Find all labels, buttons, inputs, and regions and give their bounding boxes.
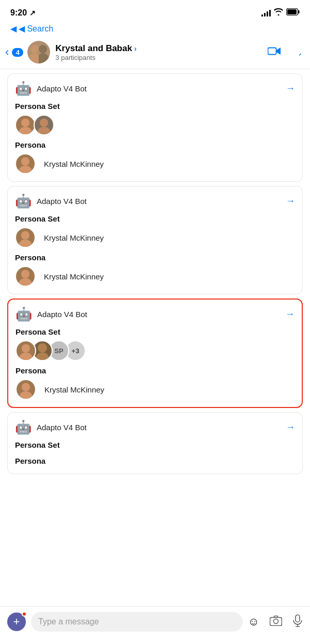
svg-point-25	[19, 391, 32, 400]
title-chevron-icon[interactable]: ›	[134, 44, 137, 53]
battery-icon	[286, 8, 300, 18]
message-input-wrapper[interactable]: Type a message	[31, 612, 243, 632]
section-label-persona-2: Persona	[15, 253, 295, 262]
svg-point-18	[21, 270, 29, 278]
section-label-persona-4: Persona	[15, 457, 295, 465]
header-actions	[268, 45, 302, 59]
section-label-persona-3: Persona	[16, 366, 295, 375]
chat-header: ‹ 4 Krystal and Babak › 3 p	[0, 37, 310, 69]
msg-sender-1: 🤖 Adapto V4 Bot	[15, 80, 87, 97]
avatar-group-3: SP +3	[16, 340, 295, 361]
messages-container: 🤖 Adapto V4 Bot → Persona Set Per	[0, 73, 310, 525]
section-label-persona-1: Persona	[15, 140, 295, 149]
location-icon: ↗	[29, 9, 36, 17]
status-bar: 9:20 ↗	[0, 0, 310, 23]
avatar-group-1	[15, 115, 295, 135]
message-card-2: 🤖 Adapto V4 Bot → Persona Set Krystal Mc…	[7, 186, 303, 294]
sender-name-3: Adapto V4 Bot	[37, 310, 87, 319]
msg-expand-1[interactable]: →	[286, 83, 295, 94]
msg-header-4: 🤖 Adapto V4 Bot →	[15, 419, 295, 435]
camera-button[interactable]	[270, 616, 282, 629]
search-label: ◀ Search	[19, 24, 53, 34]
persona-avatar-2	[15, 266, 36, 287]
search-back-button[interactable]: ◀ ◀ Search	[10, 24, 300, 34]
avatar-k1	[15, 115, 36, 135]
sender-name-1: Adapto V4 Bot	[37, 84, 87, 93]
section-label-persona-set-2: Persona Set	[15, 214, 295, 223]
status-icons	[261, 8, 300, 18]
svg-point-14	[21, 157, 29, 165]
search-row[interactable]: ◀ ◀ Search	[0, 23, 310, 37]
mic-button[interactable]	[292, 615, 303, 630]
sender-name-2: Adapto V4 Bot	[37, 197, 87, 206]
persona-row-2: Krystal McKinney	[15, 266, 295, 287]
avatar-k2	[34, 115, 54, 135]
persona-row-1: Krystal McKinney	[15, 153, 295, 174]
svg-point-20	[22, 344, 30, 352]
svg-point-21	[19, 353, 32, 361]
bot-icon-2: 🤖	[15, 193, 32, 209]
back-arrow-icon: ◀	[10, 24, 17, 34]
chat-info: Krystal and Babak › 3 participants	[55, 43, 268, 61]
svg-point-4	[30, 45, 39, 53]
video-call-button[interactable]	[268, 46, 281, 58]
chat-title: Krystal and Babak ›	[55, 43, 268, 54]
emoji-button[interactable]: ☺	[248, 615, 259, 629]
persona-avatar-1	[15, 153, 36, 174]
svg-rect-28	[296, 615, 300, 622]
svg-point-15	[19, 166, 32, 174]
persona-name-1: Krystal McKinney	[44, 160, 104, 168]
persona-avatar-3	[16, 379, 36, 400]
message-card-1: 🤖 Adapto V4 Bot → Persona Set Per	[7, 73, 303, 182]
msg-sender-2: 🤖 Adapto V4 Bot	[15, 193, 87, 209]
message-input[interactable]: Type a message	[38, 617, 236, 626]
persona-row-3: Krystal McKinney	[16, 379, 295, 400]
persona-name-2: Krystal McKinney	[44, 272, 104, 281]
bot-icon-4: 🤖	[15, 419, 32, 435]
svg-point-16	[21, 231, 29, 239]
signal-icon	[261, 9, 271, 17]
add-button[interactable]: +	[7, 612, 26, 631]
svg-point-24	[22, 383, 30, 391]
msg-expand-4[interactable]: →	[286, 422, 295, 433]
message-card-3: 🤖 Adapto V4 Bot → Persona Set SP	[7, 299, 303, 408]
persona-set-name-2: Krystal McKinney	[44, 233, 104, 242]
msg-header-1: 🤖 Adapto V4 Bot →	[15, 80, 295, 97]
svg-rect-1	[298, 10, 300, 13]
msg-header-2: 🤖 Adapto V4 Bot →	[15, 193, 295, 209]
bot-icon-3: 🤖	[16, 306, 32, 322]
svg-point-23	[36, 353, 49, 361]
svg-point-12	[40, 118, 48, 127]
svg-point-19	[19, 278, 32, 287]
svg-point-13	[37, 127, 50, 135]
bot-avatar-1: 🤖	[15, 80, 32, 97]
chat-avatar	[27, 41, 50, 64]
plus-icon: +	[13, 616, 20, 627]
message-card-4: 🤖 Adapto V4 Bot → Persona Set Persona	[7, 412, 303, 474]
section-label-persona-set-1: Persona Set	[15, 102, 295, 111]
unread-badge: 4	[12, 48, 23, 57]
notification-dot	[22, 611, 27, 617]
persona-name-3: Krystal McKinney	[44, 385, 104, 394]
wifi-icon	[274, 8, 283, 18]
status-time: 9:20 ↗	[10, 8, 36, 18]
svg-rect-9	[268, 48, 276, 55]
bot-icon-1: 🤖	[15, 81, 32, 97]
participants-label: 3 participants	[55, 54, 268, 61]
msg-sender-3: 🤖 Adapto V4 Bot	[16, 306, 87, 322]
svg-point-17	[19, 240, 32, 248]
svg-rect-2	[287, 9, 297, 14]
svg-point-10	[21, 118, 29, 127]
svg-point-27	[274, 619, 278, 623]
msg-expand-2[interactable]: →	[286, 196, 295, 207]
persona-set-row-2: Krystal McKinney	[15, 227, 295, 248]
input-bar: + Type a message ☺	[0, 606, 310, 644]
msg-expand-3[interactable]: →	[285, 309, 295, 320]
sender-name-4: Adapto V4 Bot	[37, 423, 87, 432]
back-button[interactable]: ‹	[5, 45, 9, 59]
persona-set-avatar-2	[15, 227, 36, 248]
voice-call-button[interactable]	[290, 45, 302, 59]
bot-avatar-4: 🤖	[15, 419, 32, 435]
section-label-persona-set-4: Persona Set	[15, 441, 295, 449]
svg-point-7	[39, 45, 47, 53]
